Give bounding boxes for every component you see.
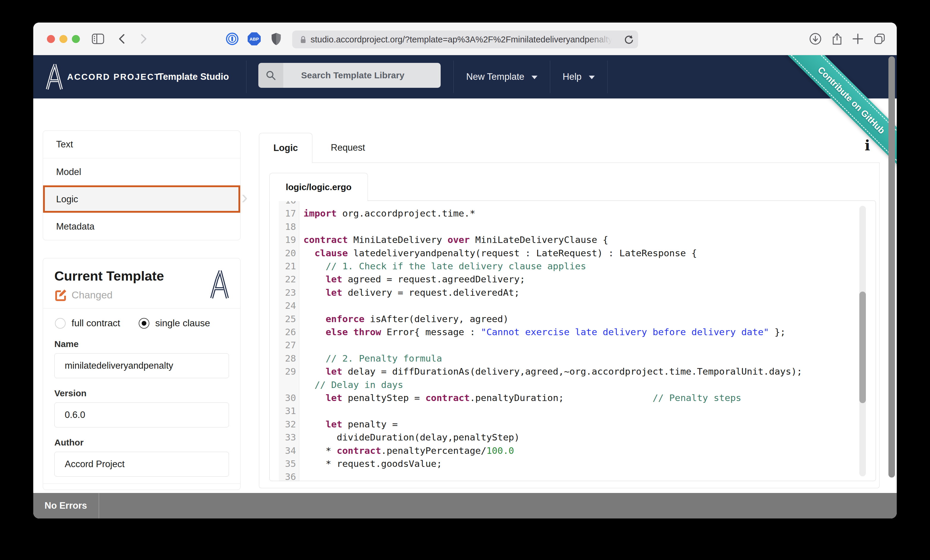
share-icon[interactable] — [830, 32, 844, 45]
panel-title: Current Template — [54, 268, 164, 284]
version-field[interactable] — [54, 402, 229, 427]
radio-single-clause[interactable]: single clause — [139, 318, 210, 328]
sidebar-item-label: Metadata — [56, 221, 94, 232]
code-line[interactable]: 18 — [269, 220, 876, 233]
code-line[interactable]: 27 — [269, 338, 876, 352]
code-text[interactable]: * request.goodsValue; — [303, 457, 442, 470]
page-scrollbar-thumb[interactable] — [888, 56, 895, 477]
privacy-shield-icon[interactable] — [269, 32, 283, 45]
sidebar-item-logic[interactable]: Logic — [43, 186, 240, 213]
line-number: 31 — [279, 404, 296, 417]
code-line[interactable]: 22 let agreed = request.agreedDelivery; — [269, 273, 876, 286]
navbar-menus: New TemplateHelp — [453, 60, 608, 93]
code-line[interactable]: 35 * request.goodsValue; — [269, 457, 876, 470]
line-number: 20 — [279, 247, 296, 260]
adblock-plus-extension-icon[interactable]: ABP — [248, 32, 261, 45]
code-line[interactable]: 32 let penalty = — [269, 417, 876, 431]
version-label: Version — [54, 388, 229, 398]
code-line[interactable]: 36 — [269, 470, 876, 481]
name-label: Name — [54, 339, 229, 349]
code-editor[interactable]: 1617import org.accordproject.time.*1819c… — [269, 201, 876, 481]
code-line[interactable]: // Delay in days — [269, 378, 876, 391]
contract-type-radios: full contractsingle clause — [55, 318, 210, 328]
minimize-window-button[interactable] — [59, 35, 68, 43]
zoom-window-button[interactable] — [72, 35, 80, 43]
code-area[interactable]: 1617import org.accordproject.time.*1819c… — [269, 201, 876, 481]
line-number: 26 — [279, 325, 296, 339]
forward-button[interactable] — [137, 32, 150, 45]
reload-icon[interactable] — [623, 34, 634, 45]
line-number: 19 — [279, 233, 296, 247]
status-divider — [99, 493, 99, 519]
sidebar-item-text[interactable]: Text — [43, 131, 240, 158]
search-input[interactable] — [283, 63, 440, 88]
code-text[interactable]: let delivery = request.deliveredAt; — [303, 286, 520, 299]
brand-name[interactable]: ACCORD PROJECT — [67, 55, 160, 98]
line-number: 16 — [279, 201, 296, 207]
tab-overview-icon[interactable] — [873, 32, 886, 45]
app-navbar: ACCORD PROJECT Template Studio New Templ… — [33, 55, 897, 98]
code-text[interactable]: contract MiniLateDelivery over MiniLateD… — [303, 233, 608, 247]
name-field[interactable] — [54, 353, 229, 378]
url-fade — [588, 32, 620, 46]
code-line[interactable]: 17import org.accordproject.time.* — [269, 207, 876, 220]
onepassword-extension-icon[interactable] — [226, 32, 239, 45]
code-line[interactable]: 23 let delivery = request.deliveredAt; — [269, 286, 876, 299]
line-number: 34 — [279, 444, 296, 457]
tab-request[interactable]: Request — [313, 133, 383, 163]
code-line[interactable]: 19contract MiniLateDelivery over MiniLat… — [269, 233, 876, 247]
current-template-panel: Current Template Changed full contractsi… — [43, 258, 240, 490]
tab-logic[interactable]: Logic — [259, 133, 313, 163]
template-search[interactable] — [258, 63, 440, 88]
author-field[interactable] — [54, 452, 229, 477]
code-line[interactable]: 24 — [269, 299, 876, 312]
code-text[interactable]: else throw Error{ message : "Cannot exer… — [303, 325, 786, 339]
radio-full-contract[interactable]: full contract — [55, 318, 120, 328]
code-line[interactable]: 33 divideDuration(delay,penaltyStep) — [269, 431, 876, 444]
address-bar[interactable]: studio.accordproject.org/?template=ap%3A… — [292, 31, 638, 48]
code-line[interactable]: 16 — [269, 201, 876, 207]
accord-project-mark-icon — [207, 268, 230, 301]
menu-divider — [607, 60, 608, 93]
line-number: 36 — [279, 470, 296, 481]
code-line[interactable]: 26 else throw Error{ message : "Cannot e… — [269, 325, 876, 339]
code-line[interactable]: 25 enforce isAfter(delivery, agreed) — [269, 312, 876, 326]
code-text[interactable]: // Delay in days — [303, 378, 403, 391]
code-text[interactable]: divideDuration(delay,penaltyStep) — [303, 431, 520, 444]
menu-new-template[interactable]: New Template — [454, 60, 550, 93]
code-text[interactable]: let penalty = — [303, 417, 397, 431]
file-tab-logic-ergo[interactable]: logic/logic.ergo — [269, 173, 368, 201]
line-number: 28 — [279, 352, 296, 365]
sidebar-item-model[interactable]: Model — [43, 158, 240, 186]
accord-project-logo-icon[interactable] — [44, 62, 63, 91]
back-button[interactable] — [116, 32, 129, 45]
panel-divider-bottom — [43, 483, 240, 484]
radio-circle-icon[interactable] — [55, 318, 66, 328]
code-text[interactable]: clause latedeliveryandpenalty(request : … — [303, 247, 697, 260]
downloads-icon[interactable] — [809, 32, 822, 45]
code-line[interactable]: 21 // 1. Check if the late delivery clau… — [269, 259, 876, 273]
code-text[interactable]: let delay = diffDurationAs(delivery,agre… — [303, 365, 802, 378]
radio-circle-icon[interactable] — [139, 318, 149, 328]
code-text[interactable]: import org.accordproject.time.* — [303, 207, 476, 220]
new-tab-icon[interactable] — [851, 32, 864, 45]
sidebar-item-label: Text — [56, 139, 73, 150]
close-window-button[interactable] — [47, 35, 55, 43]
code-line[interactable]: 30 let penaltyStep = contract.penaltyDur… — [269, 391, 876, 405]
code-line[interactable]: 34 * contract.penaltyPercentage/100.0 — [269, 444, 876, 457]
code-line[interactable]: 29 let delay = diffDurationAs(delivery,a… — [269, 365, 876, 378]
code-text[interactable]: * contract.penaltyPercentage/100.0 — [303, 444, 514, 457]
code-text[interactable]: let agreed = request.agreedDelivery; — [303, 273, 525, 286]
editor-scrollbar-thumb[interactable] — [859, 292, 866, 403]
code-text[interactable]: enforce isAfter(delivery, agreed) — [303, 312, 509, 326]
code-line[interactable]: 28 // 2. Penalty formula — [269, 352, 876, 365]
code-text[interactable]: // 2. Penalty formula — [303, 352, 442, 365]
sidebar-toggle-icon[interactable] — [91, 32, 105, 45]
menu-help[interactable]: Help — [550, 60, 607, 93]
sidebar-item-metadata[interactable]: Metadata — [43, 213, 240, 240]
code-text[interactable]: let penaltyStep = contract.penaltyDurati… — [303, 391, 741, 405]
code-line[interactable]: 31 — [269, 404, 876, 417]
info-icon[interactable]: i — [865, 137, 870, 153]
code-text[interactable]: // 1. Check if the late delivery clause … — [303, 259, 586, 273]
code-line[interactable]: 20 clause latedeliveryandpenalty(request… — [269, 247, 876, 260]
